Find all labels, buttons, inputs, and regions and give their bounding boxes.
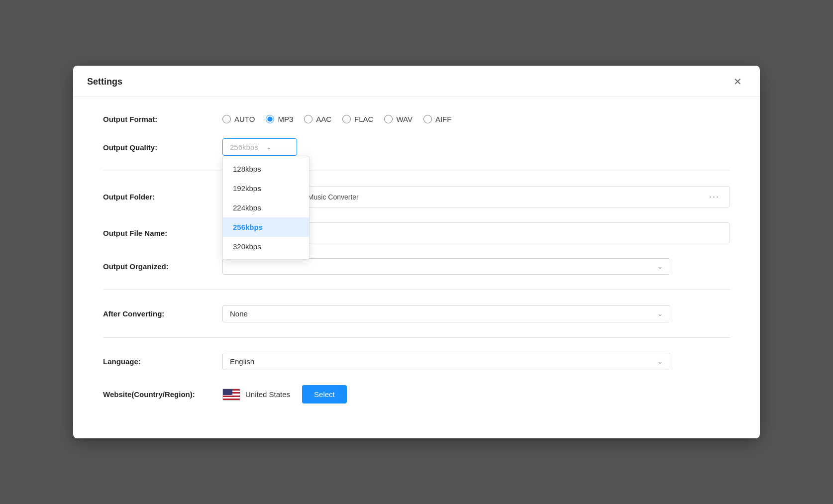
language-row: Language: English ⌄ — [103, 353, 730, 370]
dialog-title: Settings — [87, 77, 122, 87]
website-label: Website(Country/Region): — [103, 390, 222, 399]
after-converting-label: After Converting: — [103, 309, 222, 318]
quality-option-192[interactable]: 192kbps — [223, 179, 309, 198]
format-label-auto: AUTO — [234, 115, 255, 123]
output-format-row: Output Format: AUTO MP3 AAC — [103, 115, 730, 123]
us-flag-icon — [222, 389, 240, 401]
format-option-auto[interactable]: AUTO — [222, 115, 255, 123]
folder-browse-button[interactable]: ··· — [707, 192, 722, 202]
format-radio-flac[interactable] — [342, 115, 351, 123]
dialog-body: Output Format: AUTO MP3 AAC — [73, 97, 760, 438]
language-label: Language: — [103, 357, 222, 366]
format-option-aac[interactable]: AAC — [304, 115, 331, 123]
format-option-flac[interactable]: FLAC — [342, 115, 373, 123]
country-display: United States — [222, 389, 290, 401]
format-option-wav[interactable]: WAV — [384, 115, 413, 123]
quality-dropdown-trigger[interactable]: 256kbps ⌄ — [222, 138, 297, 156]
chevron-down-icon-organized: ⌄ — [657, 263, 663, 270]
output-organized-row: Output Organized: ⌄ — [103, 258, 730, 275]
website-row: Website(Country/Region): United States S… — [103, 385, 730, 403]
output-quality-row: Output Quality: 256kbps ⌄ 128kbps 192kbp… — [103, 138, 730, 171]
quality-dropdown-popup: 128kbps 192kbps 224kbps 256kbps 320kbps — [222, 156, 310, 260]
select-country-button[interactable]: Select — [302, 385, 347, 403]
quality-option-320[interactable]: 320kbps — [223, 237, 309, 256]
after-converting-row: After Converting: None ⌄ — [103, 305, 730, 322]
language-value: English — [230, 357, 254, 366]
output-quality-content: 256kbps ⌄ 128kbps 192kbps 224kbps 256kbp… — [222, 138, 730, 156]
output-format-label: Output Format: — [103, 115, 222, 123]
format-radio-auto[interactable] — [222, 115, 231, 123]
quality-option-256[interactable]: 256kbps — [223, 217, 309, 237]
format-label-mp3: MP3 — [278, 115, 293, 123]
format-radio-mp3[interactable] — [266, 115, 274, 123]
output-folder-label: Output Folder: — [103, 193, 222, 201]
format-radio-aiff[interactable] — [423, 115, 432, 123]
output-format-options: AUTO MP3 AAC FLAC — [222, 115, 730, 123]
chevron-down-icon-language: ⌄ — [657, 358, 663, 365]
chevron-down-icon: ⌄ — [266, 143, 272, 151]
dialog-header: Settings ✕ — [73, 66, 760, 97]
after-converting-dropdown[interactable]: None ⌄ — [222, 305, 670, 322]
output-folder-row: Output Folder: ments\Ukeysoft Amazon Mus… — [103, 186, 730, 207]
language-dropdown[interactable]: English ⌄ — [222, 353, 670, 370]
format-radio-wav[interactable] — [384, 115, 393, 123]
format-label-flac: FLAC — [354, 115, 373, 123]
format-label-wav: WAV — [396, 115, 413, 123]
output-organized-dropdown[interactable]: ⌄ — [222, 258, 670, 275]
language-content: English ⌄ — [222, 353, 730, 370]
format-radio-group: AUTO MP3 AAC FLAC — [222, 115, 451, 123]
website-content: United States Select — [222, 385, 730, 403]
format-option-mp3[interactable]: MP3 — [266, 115, 293, 123]
format-option-aiff[interactable]: AIFF — [423, 115, 452, 123]
output-filename-row: Output File Name: — [103, 222, 730, 243]
format-label-aiff: AIFF — [435, 115, 452, 123]
section-divider-2 — [103, 337, 730, 338]
quality-dropdown: 256kbps ⌄ 128kbps 192kbps 224kbps 256kbp… — [222, 138, 297, 156]
chevron-down-icon-converting: ⌄ — [657, 310, 663, 317]
quality-option-224[interactable]: 224kbps — [223, 198, 309, 217]
quality-option-128[interactable]: 128kbps — [223, 159, 309, 179]
output-organized-label: Output Organized: — [103, 262, 222, 271]
output-filename-label: Output File Name: — [103, 229, 222, 237]
section-divider — [103, 290, 730, 290]
close-button[interactable]: ✕ — [729, 75, 746, 89]
format-radio-aac[interactable] — [304, 115, 312, 123]
format-label-aac: AAC — [316, 115, 331, 123]
output-organized-content: ⌄ — [222, 258, 730, 275]
after-converting-value: None — [230, 309, 248, 318]
after-converting-content: None ⌄ — [222, 305, 730, 322]
quality-selected-value: 256kbps — [230, 143, 258, 151]
output-quality-label: Output Quality: — [103, 143, 222, 152]
country-name: United States — [245, 390, 290, 399]
settings-dialog: Settings ✕ Output Format: AUTO MP3 — [73, 66, 760, 438]
